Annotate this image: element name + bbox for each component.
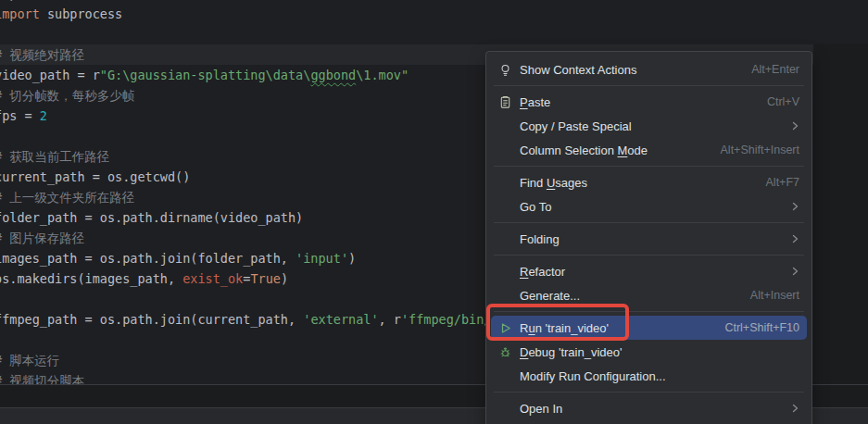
menu-item-folding[interactable]: Folding [491,227,807,251]
menu-item-label: Go To [520,200,551,214]
code-token: # 视频切分脚本 [0,373,84,384]
code-token: exist_ok [182,271,243,286]
code-token: fps = [0,108,40,123]
blank-icon [497,199,512,214]
code-token: True [250,271,281,286]
submenu-chevron-icon [791,202,799,211]
code-token: ) [281,271,288,286]
menu-item-debug-train-video[interactable]: Debug 'train_video' [491,340,807,364]
menu-item-label: Open In [520,402,562,416]
menu-item-shortcut: Alt+Shift+Insert [721,143,799,156]
right-panel-strip [813,44,868,384]
menu-item-label: Generate... [520,289,580,303]
code-token: 'external' [303,312,378,327]
menu-separator [494,311,804,312]
menu-item-shortcut: Alt+F7 [766,176,799,189]
code-token: \1.mov" [356,68,409,82]
menu-separator [494,166,804,167]
code-token: # 获取当前工作路径 [0,149,109,164]
code-token: # 上一级文件夹所在路径 [0,190,134,205]
debug-icon [497,344,512,359]
code-token: 'ffmpeg/bin/ [401,312,492,327]
menu-item-paste[interactable]: PasteCtrl+V [491,90,807,114]
menu-item-label: Folding [520,232,560,246]
menu-item-label: Debug 'train_video' [520,345,622,359]
code-token: video_path = r [0,68,100,82]
menu-item-refactor[interactable]: Refactor [491,259,807,283]
code-token: # 脚本运行 [0,353,59,368]
code-token: os [40,0,62,1]
submenu-chevron-icon [791,234,799,243]
menu-item-go-to[interactable]: Go To [491,194,807,218]
editor-context-menu: Show Context ActionsAlt+EnterPasteCtrl+V… [485,51,812,424]
menu-separator [494,85,804,86]
code-token: ggbond [310,68,356,82]
code-token: # 视频绝对路径 [0,47,84,62]
code-token: os.makedirs(images_path, [0,271,182,286]
menu-item-label: Column Selection Mode [520,143,648,157]
menu-item-shortcut: Alt+Insert [750,289,799,302]
code-line: import subprocess [0,4,819,24]
submenu-chevron-icon [791,121,799,131]
lightbulb-icon [497,62,512,77]
blank-icon [497,143,512,157]
menu-item-label: Paste [520,95,550,109]
code-line [0,24,819,44]
code-token: images_path = os.path.join(folder_path, [0,251,296,266]
menu-item-run-train-video[interactable]: Run 'train_video'Ctrl+Shift+F10 [491,316,807,340]
blank-icon [497,368,512,383]
submenu-chevron-icon [791,267,799,276]
menu-item-modify-run-configuration[interactable]: Modify Run Configuration... [491,364,807,388]
menu-item-generate[interactable]: Generate...Alt+Insert [491,283,807,307]
code-token: "G:\gaussian-splatting\data\ [100,68,311,82]
menu-separator [494,222,804,223]
menu-item-show-context-actions[interactable]: Show Context ActionsAlt+Enter [491,57,807,81]
code-token: ffmpeg_path = os.path.join(current_path, [0,312,303,327]
blank-icon [497,231,512,246]
menu-item-label: Refactor [520,265,565,279]
menu-separator [494,255,804,256]
blank-icon [497,288,512,303]
menu-item-shortcut: Ctrl+V [767,95,799,108]
menu-item-copy-paste-special[interactable]: Copy / Paste Special [491,114,807,138]
menu-item-find-usages[interactable]: Find UsagesAlt+F7 [491,170,807,194]
paste-icon [497,94,512,109]
code-token: import [0,0,40,1]
code-token: 'input' [296,251,348,266]
code-token: # 图片保存路径 [0,231,84,245]
menu-item-open-in[interactable]: Open In [491,396,807,420]
code-token: import [0,6,40,21]
run-icon [497,320,512,335]
menu-item-label: Find Usages [520,176,587,190]
blank-icon [497,401,512,416]
blank-icon [497,175,512,190]
menu-item-label: Run 'train_video' [520,321,609,335]
menu-item-column-selection-mode[interactable]: Column Selection ModeAlt+Shift+Insert [491,138,807,162]
code-token: 2 [40,108,47,123]
menu-item-shortcut: Ctrl+Shift+F10 [724,321,799,334]
submenu-chevron-icon [791,404,799,413]
menu-item-label: Copy / Paste Special [520,119,632,133]
menu-separator [494,392,804,393]
menu-item-label: Modify Run Configuration... [520,369,666,383]
menu-item-shortcut: Alt+Enter [751,63,799,76]
code-token: # 切分帧数，每秒多少帧 [0,88,134,103]
code-token: ) [348,251,356,266]
code-token: current_path = os.getcwd() [0,169,190,184]
blank-icon [497,264,512,279]
blank-icon [497,118,512,133]
code-token: subprocess [40,6,122,21]
code-token: folder_path = os.path.dirname(video_path… [0,210,303,225]
menu-item-label: Show Context Actions [520,63,636,77]
code-token: , r [379,312,401,327]
